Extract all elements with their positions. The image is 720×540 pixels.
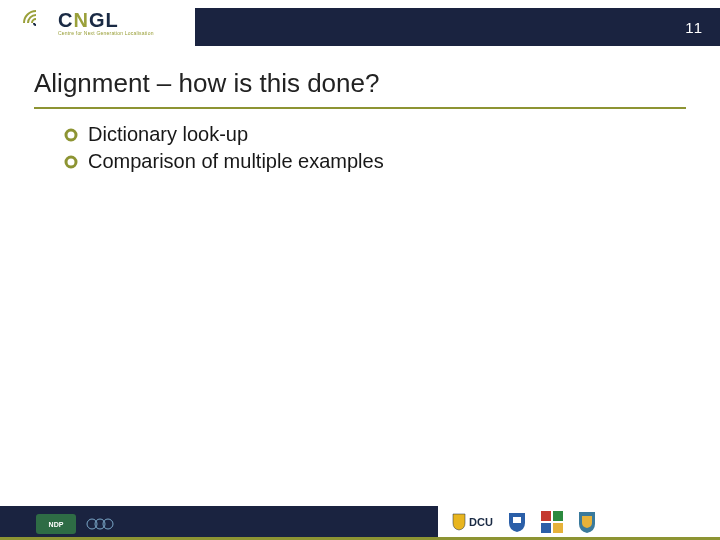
list-item: Dictionary look-up	[64, 123, 686, 146]
logo-area: CNGL Centre for Next Generation Localisa…	[0, 0, 195, 46]
bullet-ring-icon	[64, 155, 78, 169]
logo-main: CNGL	[58, 10, 154, 30]
svg-rect-5	[513, 517, 521, 523]
header-bar: CNGL Centre for Next Generation Localisa…	[0, 0, 720, 46]
footer-left-badges: NDP	[36, 514, 114, 534]
partner-ul	[541, 510, 563, 534]
sfi-badge-icon	[86, 514, 114, 534]
ul-grid-icon	[541, 511, 563, 533]
partner-dcu: DCU	[452, 510, 493, 534]
cngl-arcs-icon	[20, 7, 52, 39]
svg-point-1	[66, 157, 76, 167]
footer-partners: DCU	[438, 506, 720, 537]
partner-tcd	[507, 510, 527, 534]
bullet-text: Dictionary look-up	[88, 123, 248, 146]
tcd-crest-icon	[507, 511, 527, 533]
ndp-badge-icon: NDP	[36, 514, 76, 534]
dcu-shield-icon	[452, 513, 466, 531]
slide-content: Alignment – how is this done? Dictionary…	[0, 46, 720, 173]
ndp-label: NDP	[49, 521, 64, 528]
dcu-label: DCU	[469, 516, 493, 528]
logo-text: CNGL Centre for Next Generation Localisa…	[58, 10, 154, 36]
footer: NDP DCU	[0, 506, 720, 540]
header-dark-strip: 11	[195, 8, 720, 46]
bullet-list: Dictionary look-up Comparison of multipl…	[34, 123, 686, 173]
bullet-text: Comparison of multiple examples	[88, 150, 384, 173]
slide-title: Alignment – how is this done?	[34, 68, 686, 107]
logo-tagline: Centre for Next Generation Localisation	[58, 31, 154, 36]
ucd-crest-icon	[577, 510, 597, 534]
list-item: Comparison of multiple examples	[64, 150, 686, 173]
page-number: 11	[685, 19, 702, 36]
partner-ucd	[577, 510, 597, 534]
title-underline	[34, 107, 686, 109]
svg-point-0	[66, 130, 76, 140]
bullet-ring-icon	[64, 128, 78, 142]
